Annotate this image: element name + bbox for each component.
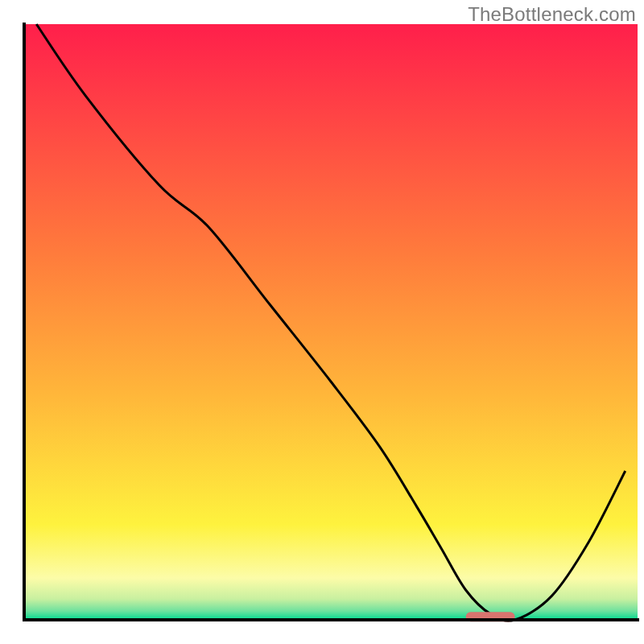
bottleneck-chart: TheBottleneck.com xyxy=(0,0,644,644)
attribution-label: TheBottleneck.com xyxy=(468,3,636,26)
chart-svg xyxy=(0,0,644,644)
plot-background xyxy=(24,24,638,620)
